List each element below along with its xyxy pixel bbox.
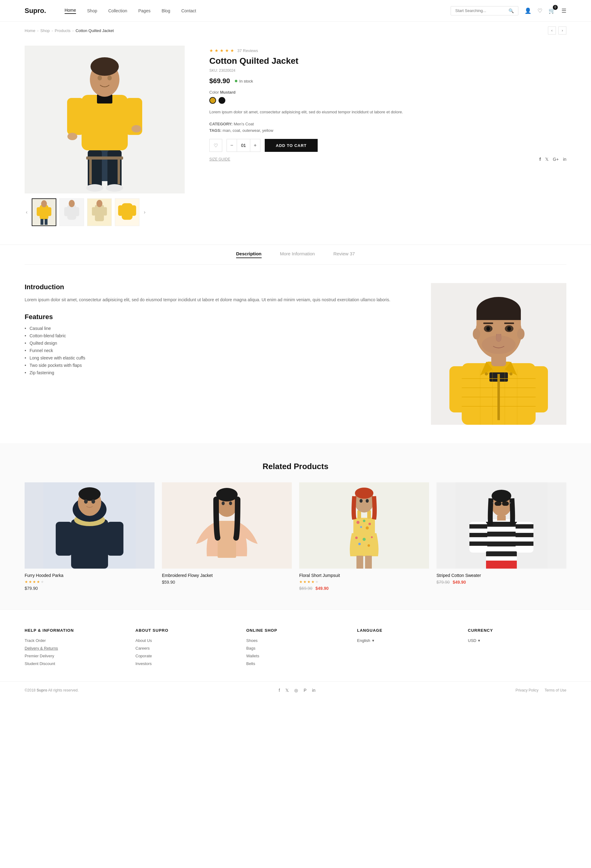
related-img-4: [436, 482, 566, 568]
swatch-mustard[interactable]: [209, 97, 216, 104]
facebook-icon[interactable]: f: [539, 157, 541, 162]
qty-minus-btn[interactable]: −: [227, 139, 237, 152]
footer-terms-link[interactable]: Terms of Use: [545, 688, 566, 692]
nav-home[interactable]: Home: [65, 8, 76, 14]
thumb-1[interactable]: [32, 198, 56, 226]
old-price-3: $69.90: [299, 586, 312, 591]
footer-social-links: f 𝕏 ◎ P in: [279, 688, 315, 693]
star-2: ★: [215, 48, 218, 53]
swatch-black[interactable]: [218, 97, 225, 104]
thumb-4[interactable]: [115, 198, 139, 226]
menu-icon[interactable]: ☰: [562, 7, 566, 14]
footer-link-belts[interactable]: Belts: [246, 661, 345, 666]
svg-point-67: [482, 335, 516, 354]
tab-description[interactable]: Description: [236, 251, 262, 258]
product-title: Cotton Quilted Jacket: [209, 56, 566, 66]
googleplus-icon[interactable]: G+: [553, 157, 559, 162]
footer-currency-select[interactable]: USD ▾: [468, 638, 566, 643]
svg-point-13: [90, 57, 119, 76]
svg-point-15: [108, 75, 112, 80]
tab-review[interactable]: Review 37: [333, 251, 355, 258]
svg-point-69: [517, 328, 525, 340]
add-to-cart-button[interactable]: ADD TO CART: [265, 139, 318, 152]
wishlist-button[interactable]: ♡: [209, 139, 222, 152]
quantity-control: − +: [227, 139, 261, 152]
related-name-4: Striped Cotton Sweater: [436, 573, 566, 578]
main-nav: Home Shop Collection Pages Blog Contact: [65, 8, 196, 14]
breadcrumb-shop[interactable]: Shop: [40, 28, 50, 33]
footer-link-student[interactable]: Student Discount: [25, 661, 123, 666]
size-guide-link[interactable]: SIZE GUIDE: [209, 157, 230, 161]
related-card-3[interactable]: Floral Short Jumpsuit ★ ★ ★ ★ ★ $69.90 $…: [299, 482, 429, 591]
user-icon[interactable]: 👤: [525, 7, 531, 14]
svg-point-91: [222, 502, 225, 505]
svg-rect-118: [486, 551, 517, 556]
cart-count: 0: [553, 5, 558, 10]
footer-link-wallets[interactable]: Wallets: [246, 654, 345, 658]
feature-2: •Cotton-blend fabric: [25, 333, 406, 338]
wishlist-icon[interactable]: ♡: [538, 7, 542, 14]
footer-link-investors[interactable]: Investors: [136, 661, 234, 666]
footer-pinterest-icon[interactable]: P: [304, 688, 306, 693]
nav-blog[interactable]: Blog: [162, 8, 170, 13]
search-input[interactable]: [455, 8, 508, 13]
footer-bottom: ©2018 Supro All rights reserved. f 𝕏 ◎ P…: [0, 681, 591, 699]
tab-more-info[interactable]: More Information: [280, 251, 315, 258]
footer-privacy-link[interactable]: Privacy Policy: [516, 688, 539, 692]
footer-link-careers[interactable]: Careers: [136, 646, 234, 651]
svg-point-92: [229, 502, 232, 505]
product-images: ‹: [25, 46, 185, 226]
search-bar[interactable]: 🔍: [451, 6, 518, 15]
related-card-4[interactable]: Striped Cotton Sweater $79.90 $49.90: [436, 482, 566, 591]
footer-linkedin-icon[interactable]: in: [312, 688, 315, 693]
svg-point-70: [485, 372, 488, 375]
footer-link-corporate[interactable]: Coporate: [136, 654, 234, 658]
svg-rect-18: [118, 159, 120, 184]
thumbnail-row: ‹: [25, 198, 185, 226]
product-stars-row: ★ ★ ★ ★ ★ 37 Reviews: [209, 48, 566, 53]
social-share: f 𝕏 G+ in: [539, 157, 566, 162]
footer-legal-links: Privacy Policy Terms of Use: [516, 688, 566, 692]
related-stars-3: ★ ★ ★ ★ ★: [299, 580, 429, 584]
footer-link-shoes[interactable]: Shoes: [246, 638, 345, 643]
footer-instagram-icon[interactable]: ◎: [294, 688, 298, 693]
thumb-3[interactable]: [87, 198, 112, 226]
svg-point-21: [41, 200, 47, 207]
nav-collection[interactable]: Collection: [108, 8, 127, 13]
thumb-next-btn[interactable]: ›: [143, 210, 146, 215]
breadcrumb-home[interactable]: Home: [25, 28, 35, 33]
footer-link-bags[interactable]: Bags: [246, 646, 345, 651]
related-card-1[interactable]: Furry Hooded Parka ★ ★ ★ ★ ★ $79.90: [25, 482, 155, 591]
quantity-input[interactable]: [237, 139, 250, 152]
svg-rect-121: [469, 524, 487, 528]
review-count: 37 Reviews: [237, 48, 258, 53]
breadcrumb-products[interactable]: Products: [55, 28, 71, 33]
svg-rect-62: [504, 322, 514, 324]
in-stock-dot: [235, 80, 237, 82]
related-card-2[interactable]: Embroidered Flowy Jacket $59.90: [162, 482, 292, 591]
footer-link-track[interactable]: Track Order: [25, 638, 123, 643]
next-product-btn[interactable]: ›: [559, 27, 566, 34]
twitter-icon[interactable]: 𝕏: [545, 157, 548, 162]
footer-link-premier[interactable]: Premier Delivery: [25, 654, 123, 658]
footer-twitter-icon[interactable]: 𝕏: [285, 688, 289, 693]
language-chevron-icon: ▾: [372, 638, 374, 643]
thumb-2[interactable]: [59, 198, 84, 226]
footer-language-select[interactable]: English ▾: [357, 638, 455, 643]
footer-about-title: ABOUT SUPRO: [136, 628, 234, 633]
thumb-prev-btn[interactable]: ‹: [25, 210, 29, 215]
svg-point-66: [507, 326, 511, 331]
related-price-1: $79.90: [25, 586, 155, 591]
related-img-2: [162, 482, 292, 568]
nav-contact[interactable]: Contact: [181, 8, 196, 13]
nav-pages[interactable]: Pages: [138, 8, 150, 13]
linkedin-icon[interactable]: in: [563, 157, 566, 162]
nav-shop[interactable]: Shop: [87, 8, 97, 13]
footer-facebook-icon[interactable]: f: [279, 688, 280, 693]
logo[interactable]: Supro.: [25, 7, 46, 15]
prev-product-btn[interactable]: ‹: [548, 27, 556, 34]
svg-point-98: [360, 526, 362, 528]
qty-plus-btn[interactable]: +: [250, 139, 260, 152]
footer-link-delivery[interactable]: Delivery & Returns: [25, 646, 123, 651]
footer-link-about[interactable]: About Us: [136, 638, 234, 643]
